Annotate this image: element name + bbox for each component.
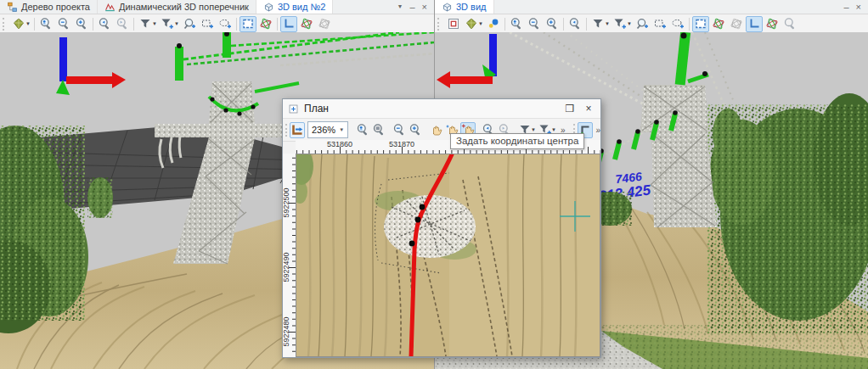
cross-section-icon	[104, 2, 116, 13]
select-rectangle-button[interactable]	[651, 16, 668, 32]
zoom-in-icon	[545, 17, 559, 31]
viewport-settings-button[interactable]	[445, 16, 462, 32]
zoom-previous-button[interactable]	[96, 16, 113, 32]
zoom-selected-button[interactable]	[37, 16, 54, 32]
dropdown-caret-icon[interactable]: ▼	[627, 21, 632, 26]
filter-funnel-icon	[591, 17, 605, 31]
zoom-selected-button[interactable]	[355, 122, 370, 138]
tab-dynamic-3d-cross-section[interactable]: Динамический 3D поперечник	[98, 0, 256, 14]
dropdown-caret-icon[interactable]: ▼	[25, 21, 31, 26]
zoom-in-button[interactable]	[73, 16, 90, 32]
select-by-zoom-button[interactable]	[181, 16, 198, 32]
plan-map-canvas[interactable]	[296, 154, 600, 357]
zoom-level-value: 236%	[312, 125, 335, 135]
zoom-extent-button[interactable]	[371, 122, 386, 138]
zoom-level-combobox[interactable]: 236% ▼	[307, 121, 348, 138]
rotate-sphere-icon	[765, 17, 779, 31]
select-by-zoom-button[interactable]	[634, 16, 651, 32]
zoom-out-icon	[527, 17, 541, 31]
select-polygon-button[interactable]	[669, 16, 686, 32]
orbit-disabled-button[interactable]	[728, 16, 745, 32]
tooltip: Задать координаты центра	[450, 133, 584, 149]
zoom-next-button[interactable]	[114, 16, 131, 32]
rectangle-select-icon	[653, 17, 667, 31]
show-axes-button[interactable]	[746, 16, 763, 32]
magnifier-gray-icon	[783, 17, 797, 31]
rotate-view-disabled-button[interactable]	[316, 16, 333, 32]
tab-3d-view-2[interactable]: 3D вид №2	[256, 0, 334, 14]
navigation-diamond-icon	[465, 17, 478, 31]
plan-close-button[interactable]: ×	[582, 103, 595, 115]
tab-project-tree[interactable]: Дерево проекта	[0, 0, 98, 14]
filter-button[interactable]	[589, 16, 606, 32]
application-window: Дерево проекта Динамический 3D поперечни…	[0, 0, 868, 369]
dropdown-caret-icon[interactable]: ▼	[605, 21, 610, 26]
plan-maximize-button[interactable]: ❒	[563, 103, 577, 115]
zoom-out-button[interactable]	[55, 16, 72, 32]
filter-add-button[interactable]	[612, 16, 628, 32]
toolbar-overflow-button[interactable]: »	[594, 126, 604, 135]
toolbar-grip[interactable]	[285, 124, 287, 137]
plan-title-bar[interactable]: План ❒ ×	[283, 99, 600, 119]
zoom-out-button[interactable]	[392, 122, 407, 138]
rotate-sphere-icon	[300, 17, 313, 31]
orbit-button[interactable]	[257, 16, 274, 32]
panel-close-button[interactable]: ×	[856, 1, 861, 13]
svg-text:5922490: 5922490	[283, 252, 290, 282]
filter-funnel-icon	[138, 17, 152, 31]
zoom-in-button[interactable]	[544, 16, 561, 32]
view-frame-button[interactable]	[240, 16, 256, 32]
pan-hand-icon	[429, 123, 442, 137]
panel-menu-button[interactable]: ▼	[397, 1, 403, 13]
dropdown-caret-icon[interactable]: ▼	[531, 127, 536, 132]
rotate-view-button[interactable]	[764, 16, 781, 32]
plan-ruler-vertical: 5922500 5922490 5922480	[283, 154, 296, 357]
rotate-view-button[interactable]	[298, 16, 315, 32]
svg-text:5922500: 5922500	[283, 187, 290, 217]
frame-icon	[241, 17, 255, 31]
toolbar-grip[interactable]	[437, 18, 442, 31]
point-marker-icon	[487, 17, 500, 31]
zoom-out-button[interactable]	[526, 16, 543, 32]
panel-minimize-button[interactable]: –	[843, 1, 848, 13]
select-magnifier-icon	[183, 17, 196, 31]
lasso-select-icon	[218, 17, 232, 31]
dropdown-caret-icon[interactable]: ▼	[174, 21, 179, 26]
zoom-next-icon	[116, 17, 129, 31]
zoom-previous-button[interactable]	[566, 16, 583, 32]
dropdown-caret-icon[interactable]: ▼	[478, 21, 483, 26]
dropdown-caret-icon[interactable]: ▼	[551, 127, 556, 132]
panel-close-button[interactable]: ×	[422, 1, 427, 13]
svg-text:5922480: 5922480	[283, 316, 290, 346]
zoom-in-button[interactable]	[408, 122, 423, 138]
zoom-selected-button[interactable]	[508, 16, 525, 32]
tab-3d-view[interactable]: 3D вид	[435, 0, 494, 14]
lasso-select-icon	[671, 17, 685, 31]
filter-add-icon	[161, 17, 174, 31]
zoom-free-button[interactable]	[781, 16, 798, 32]
right-title-bar: 3D вид – ×	[435, 0, 868, 14]
orbit-sphere-icon	[259, 17, 273, 31]
select-rectangle-button[interactable]	[199, 16, 216, 32]
select-magnifier-icon	[635, 17, 649, 31]
orbit-button[interactable]	[710, 16, 727, 32]
scale-ruler-icon	[290, 123, 304, 137]
point-marker-button[interactable]	[485, 16, 502, 32]
view-frame-button[interactable]	[692, 16, 709, 32]
show-axes-button[interactable]	[280, 16, 297, 32]
select-polygon-button[interactable]	[217, 16, 234, 32]
orient-view-button[interactable]	[463, 16, 480, 32]
zoom-selected-icon	[39, 17, 53, 31]
pan-button[interactable]	[428, 122, 443, 138]
dropdown-caret-icon[interactable]: ▼	[152, 21, 157, 26]
plan-window-title: План	[304, 103, 558, 115]
scale-tool-button[interactable]	[290, 122, 305, 138]
square-in-square-icon	[447, 17, 460, 31]
filter-button[interactable]	[137, 16, 154, 32]
combobox-caret-icon[interactable]: ▼	[339, 127, 344, 132]
orient-view-button[interactable]	[10, 16, 27, 32]
panel-minimize-button[interactable]: –	[409, 1, 414, 13]
filter-add-button[interactable]	[159, 16, 176, 32]
zoom-previous-icon	[98, 17, 111, 31]
toolbar-grip[interactable]	[3, 18, 8, 31]
